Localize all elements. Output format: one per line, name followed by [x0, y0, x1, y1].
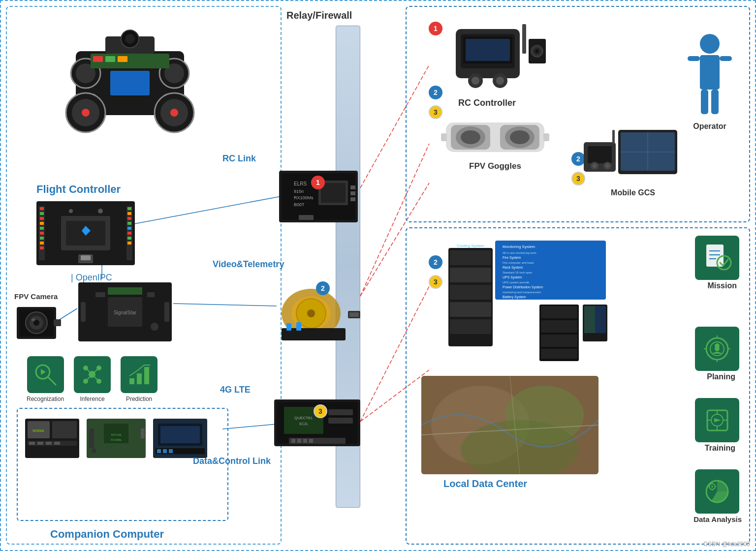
raspberry-pi-board: RPI-5M RX100Ma	[87, 419, 146, 458]
svg-text:Power Distribution System: Power Distribution System	[503, 285, 543, 289]
svg-rect-186	[450, 285, 491, 300]
svg-rect-46	[127, 232, 131, 235]
svg-line-83	[92, 374, 99, 381]
svg-point-155	[536, 50, 538, 53]
planning-label: Planing	[707, 372, 735, 381]
data-center-img: Cooling System Monitoring System All in …	[446, 238, 608, 366]
svg-text:Fire System: Fire System	[503, 256, 521, 260]
svg-point-125	[307, 309, 315, 317]
svg-marker-74	[41, 369, 46, 375]
lte-circle-3: 3	[314, 404, 327, 418]
svg-point-19	[170, 109, 178, 117]
svg-text:NVIDIA: NVIDIA	[32, 429, 44, 432]
svg-rect-95	[54, 442, 60, 445]
svg-rect-31	[40, 207, 44, 210]
data-analysis-label: Data Analysis	[693, 515, 742, 523]
svg-text:SignalStar: SignalStar	[114, 310, 137, 315]
local-dc-label: Local Data Center	[443, 478, 527, 490]
fc-board	[36, 201, 135, 267]
mobile-gcs-label: Mobile GCS	[584, 188, 682, 197]
rc-controller-img	[446, 19, 554, 98]
mission-label: Mission	[707, 281, 737, 290]
svg-rect-160	[701, 90, 708, 114]
svg-text:Standard 19 inch open: Standard 19 inch open	[503, 271, 532, 274]
svg-rect-39	[40, 246, 44, 249]
right-panel-top: 1 2 3 2 3	[406, 6, 750, 222]
svg-rect-47	[127, 237, 131, 240]
svg-rect-33	[40, 217, 44, 220]
svg-rect-108	[163, 449, 167, 453]
svg-text:Monitoring System: Monitoring System	[503, 245, 536, 249]
operator-figure: Operator	[685, 31, 734, 120]
svg-rect-188	[450, 319, 491, 334]
svg-text:UPS System: UPS System	[503, 276, 522, 279]
svg-point-181	[605, 164, 609, 168]
svg-rect-120	[350, 197, 355, 201]
svg-rect-48	[127, 242, 131, 245]
svg-rect-130	[349, 312, 359, 317]
fpv-goggles-img: FPV Goggles	[441, 113, 549, 177]
svg-text:UPS system provide: UPS system provide	[503, 281, 530, 284]
aerial-map-img	[421, 376, 598, 474]
svg-line-73	[48, 377, 56, 385]
svg-rect-38	[40, 242, 44, 245]
right-circle-1-red: 1	[429, 22, 442, 35]
svg-point-168	[510, 130, 530, 144]
svg-rect-205	[541, 335, 577, 347]
svg-rect-66	[81, 302, 86, 322]
svg-rect-71	[108, 287, 142, 295]
svg-rect-28	[118, 56, 127, 62]
svg-rect-44	[127, 222, 131, 225]
openipc-label: | OpenIPC	[71, 273, 112, 283]
svg-rect-94	[46, 442, 52, 445]
svg-rect-36	[40, 232, 44, 235]
svg-rect-62	[54, 319, 61, 326]
video-tel-circle-2: 2	[316, 281, 330, 295]
relay-label: Relay/Firewall	[286, 10, 352, 21]
svg-rect-177	[588, 146, 612, 163]
right-circle-3-yellow: 3	[429, 105, 442, 119]
svg-rect-146	[466, 39, 510, 61]
svg-rect-107	[157, 449, 161, 453]
svg-rect-105	[160, 426, 200, 443]
svg-point-16	[82, 109, 90, 117]
svg-rect-170	[543, 133, 549, 141]
svg-rect-42	[127, 212, 131, 215]
recognization-icon	[27, 356, 64, 393]
svg-text:QUECTEL: QUECTEL	[294, 416, 313, 420]
svg-point-240	[711, 486, 713, 488]
svg-rect-35	[40, 227, 44, 230]
prediction-label: Prediction	[126, 396, 152, 402]
svg-rect-119	[350, 191, 355, 195]
svg-point-70	[151, 323, 158, 331]
svg-rect-100	[89, 429, 94, 448]
svg-rect-45	[127, 227, 131, 230]
companion-computer-label: Companion Computer	[50, 528, 164, 541]
right-circle-2b-blue: 2	[571, 152, 585, 166]
right-circle-3b-yellow: 3	[571, 172, 585, 185]
recognization-label: Recognization	[27, 396, 64, 402]
svg-rect-136	[328, 409, 353, 415]
svg-point-13	[125, 34, 135, 44]
inference-icon	[74, 356, 111, 393]
svg-rect-109	[169, 449, 173, 453]
svg-text:All in one monitoring tools: All in one monitoring tools	[503, 251, 536, 254]
svg-rect-185	[450, 268, 491, 282]
svg-point-156	[700, 34, 720, 54]
svg-rect-169	[441, 133, 447, 141]
ai-icons-area: Recognization	[27, 356, 158, 402]
fpv-camera-label: FPV Camera	[14, 292, 58, 301]
right-panel-bottom: 2 3 Cooling System Monitoring System All…	[406, 227, 750, 545]
svg-rect-127	[286, 323, 291, 331]
svg-rect-93	[37, 442, 43, 445]
rc-controller-label: RC Controller	[458, 98, 516, 108]
svg-rect-158	[688, 56, 700, 61]
svg-rect-27	[105, 56, 115, 62]
vehicle-svg	[46, 22, 214, 140]
svg-rect-161	[711, 90, 719, 114]
fpv-goggles-label: FPV Goggles	[441, 161, 549, 171]
nvidia-board: NVIDIA	[25, 419, 79, 458]
svg-rect-52	[81, 255, 91, 260]
svg-rect-24	[110, 71, 150, 95]
svg-rect-142	[309, 439, 313, 443]
